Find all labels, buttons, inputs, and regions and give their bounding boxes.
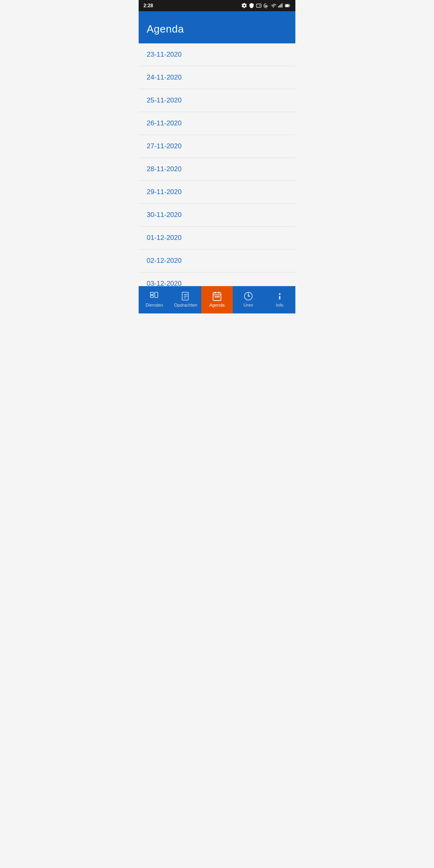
- svg-point-26: [279, 293, 280, 295]
- agenda-date: 25-11-2020: [147, 96, 182, 104]
- uren-icon: [243, 291, 254, 301]
- agenda-icon: [212, 291, 222, 301]
- vpn-icon: [249, 3, 254, 8]
- wifi-icon: [270, 3, 276, 8]
- svg-rect-2: [278, 6, 279, 8]
- svg-rect-8: [150, 292, 154, 294]
- nav-label-uren: Uren: [244, 303, 253, 307]
- agenda-date: 01-12-2020: [147, 234, 182, 242]
- agenda-item[interactable]: 25-11-2020: [139, 89, 295, 112]
- status-bar: 2:28: [139, 0, 295, 11]
- svg-rect-20: [217, 296, 218, 297]
- agenda-item[interactable]: 29-11-2020: [139, 181, 295, 204]
- agenda-item[interactable]: 02-12-2020: [139, 250, 295, 272]
- nav-label-agenda: Agenda: [209, 303, 225, 307]
- nav-item-info[interactable]: Info: [264, 286, 295, 313]
- svg-rect-19: [215, 296, 216, 297]
- agenda-item[interactable]: 27-11-2020: [139, 135, 295, 158]
- agenda-date: 03-12-2020: [147, 280, 182, 286]
- status-time: 2:28: [143, 3, 153, 8]
- nav-label-opdrachten: Opdrachten: [174, 303, 197, 307]
- agenda-date: 02-12-2020: [147, 257, 182, 264]
- status-icons: [242, 3, 291, 8]
- diensten-icon: [149, 291, 160, 301]
- svg-rect-10: [155, 292, 158, 297]
- nav-label-diensten: Diensten: [145, 303, 163, 307]
- nav-item-diensten[interactable]: Diensten: [139, 286, 170, 313]
- wallet-icon: [256, 3, 262, 8]
- agenda-date: 26-11-2020: [147, 119, 182, 127]
- agenda-item[interactable]: 30-11-2020: [139, 204, 295, 227]
- svg-rect-9: [150, 295, 154, 297]
- app-container: 2:28: [139, 0, 295, 313]
- agenda-item[interactable]: 03-12-2020: [139, 272, 295, 286]
- battery-icon: [285, 3, 291, 8]
- opdrachten-icon: [180, 291, 191, 301]
- svg-rect-5: [282, 3, 283, 8]
- agenda-list: 23-11-202024-11-202025-11-202026-11-2020…: [139, 43, 295, 286]
- agenda-date: 29-11-2020: [147, 188, 182, 196]
- svg-rect-0: [256, 4, 261, 7]
- at-icon: [263, 3, 269, 8]
- agenda-date: 24-11-2020: [147, 74, 182, 81]
- page-title: Agenda: [147, 23, 184, 35]
- agenda-item[interactable]: 01-12-2020: [139, 227, 295, 250]
- agenda-item[interactable]: 23-11-2020: [139, 43, 295, 66]
- signal-icon: [278, 3, 283, 8]
- nav-item-uren[interactable]: Uren: [233, 286, 264, 313]
- svg-rect-7: [285, 4, 289, 6]
- agenda-item[interactable]: 28-11-2020: [139, 158, 295, 181]
- bottom-nav: Diensten Opdrachten Agenda Uren Info: [139, 286, 295, 313]
- info-icon: [274, 291, 285, 301]
- agenda-item[interactable]: 24-11-2020: [139, 66, 295, 89]
- agenda-date: 30-11-2020: [147, 211, 182, 219]
- svg-rect-4: [280, 4, 281, 8]
- settings-icon: [242, 3, 247, 8]
- svg-point-1: [259, 5, 260, 6]
- nav-item-opdrachten[interactable]: Opdrachten: [170, 286, 201, 313]
- agenda-item[interactable]: 26-11-2020: [139, 112, 295, 135]
- svg-rect-3: [279, 5, 280, 8]
- nav-item-agenda[interactable]: Agenda: [201, 286, 233, 313]
- agenda-date: 27-11-2020: [147, 142, 182, 150]
- app-header: Agenda: [139, 11, 295, 43]
- svg-rect-21: [218, 296, 219, 297]
- agenda-date: 28-11-2020: [147, 165, 182, 173]
- nav-label-info: Info: [276, 303, 283, 307]
- agenda-date: 23-11-2020: [147, 51, 182, 58]
- svg-rect-27: [279, 295, 280, 299]
